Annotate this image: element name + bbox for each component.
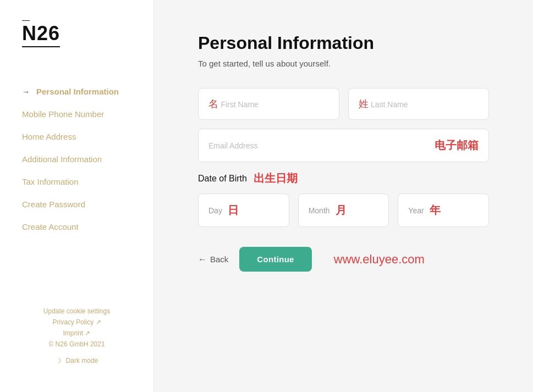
- active-arrow-icon: →: [22, 87, 30, 96]
- sidebar-item-label: Tax Information: [22, 177, 79, 186]
- copyright-text: © N26 GmbH 2021: [48, 340, 105, 348]
- email-cn-label: 电子邮箱: [435, 138, 479, 153]
- sidebar-item-tax-information[interactable]: Tax Information: [0, 170, 153, 193]
- first-name-placeholder: First Name: [221, 100, 258, 109]
- sidebar-item-label: Home Address: [22, 132, 76, 141]
- last-name-placeholder: Last Name: [371, 100, 408, 109]
- email-field[interactable]: Email Address 电子邮箱: [198, 129, 489, 162]
- name-row: 名 First Name 姓 Last Name: [198, 88, 489, 120]
- dob-label: Date of Birth: [198, 174, 247, 184]
- first-name-field[interactable]: 名 First Name: [198, 88, 339, 120]
- sidebar-item-label: Mobile Phone Number: [22, 109, 104, 119]
- logo-area: N26: [0, 22, 153, 80]
- dark-mode-label: Dark mode: [66, 357, 98, 365]
- sidebar-item-create-account[interactable]: Create Account: [0, 216, 153, 238]
- watermark: www.eluyee.com: [334, 252, 425, 267]
- actions-row: ← Back Continue www.eluyee.com: [198, 247, 489, 272]
- brand-logo: N26: [22, 22, 60, 47]
- day-label: Day: [208, 206, 222, 215]
- email-placeholder: Email Address: [208, 141, 257, 150]
- sidebar-footer: Update cookie settings Privacy Policy ↗ …: [0, 296, 153, 376]
- month-field[interactable]: Month 月: [298, 194, 389, 227]
- month-label: Month: [309, 206, 330, 215]
- back-arrow-icon: ←: [198, 255, 207, 264]
- back-button[interactable]: ← Back: [198, 248, 228, 271]
- first-name-cn-label: 名: [208, 98, 218, 109]
- sidebar-item-label: Create Password: [22, 200, 85, 209]
- privacy-policy-link[interactable]: Privacy Policy ↗: [52, 318, 101, 326]
- sidebar-item-label: Additional Information: [22, 154, 102, 164]
- update-cookie-settings-link[interactable]: Update cookie settings: [43, 307, 110, 315]
- main-content: Personal Information To get started, tel…: [154, 0, 533, 392]
- page-subtitle: To get started, tell us about yourself.: [198, 59, 489, 68]
- sidebar-item-create-password[interactable]: Create Password: [0, 193, 153, 216]
- dob-label-row: Date of Birth 出生日期: [198, 171, 489, 186]
- back-label: Back: [210, 255, 228, 264]
- nav-items: → Personal Information Mobile Phone Numb…: [0, 80, 153, 296]
- year-cn-label: 年: [430, 203, 441, 218]
- year-label: Year: [408, 206, 424, 215]
- date-of-birth-section: Date of Birth 出生日期 Day 日 Month 月 Year 年: [198, 171, 489, 227]
- sidebar-item-label: Create Account: [22, 222, 79, 231]
- sidebar-item-mobile-phone-number[interactable]: Mobile Phone Number: [0, 103, 153, 125]
- sidebar: N26 → Personal Information Mobile Phone …: [0, 0, 154, 392]
- dark-mode-toggle[interactable]: ☽ Dark mode: [56, 357, 98, 365]
- dob-label-cn: 出生日期: [254, 171, 298, 186]
- sidebar-item-label: Personal Information: [36, 87, 119, 96]
- sidebar-item-personal-information[interactable]: → Personal Information: [0, 80, 153, 103]
- imprint-link[interactable]: Imprint ↗: [63, 329, 90, 337]
- dob-fields: Day 日 Month 月 Year 年: [198, 194, 489, 227]
- last-name-cn-label: 姓: [359, 98, 369, 109]
- year-field[interactable]: Year 年: [398, 194, 489, 227]
- last-name-field[interactable]: 姓 Last Name: [348, 88, 490, 120]
- moon-icon: ☽: [56, 357, 62, 365]
- email-row: Email Address 电子邮箱: [198, 129, 489, 162]
- sidebar-item-additional-information[interactable]: Additional Information: [0, 148, 153, 170]
- day-field[interactable]: Day 日: [198, 194, 289, 227]
- page-title: Personal Information: [198, 33, 489, 53]
- continue-button[interactable]: Continue: [239, 247, 311, 272]
- sidebar-item-home-address[interactable]: Home Address: [0, 125, 153, 148]
- day-cn-label: 日: [228, 203, 239, 218]
- month-cn-label: 月: [336, 203, 347, 218]
